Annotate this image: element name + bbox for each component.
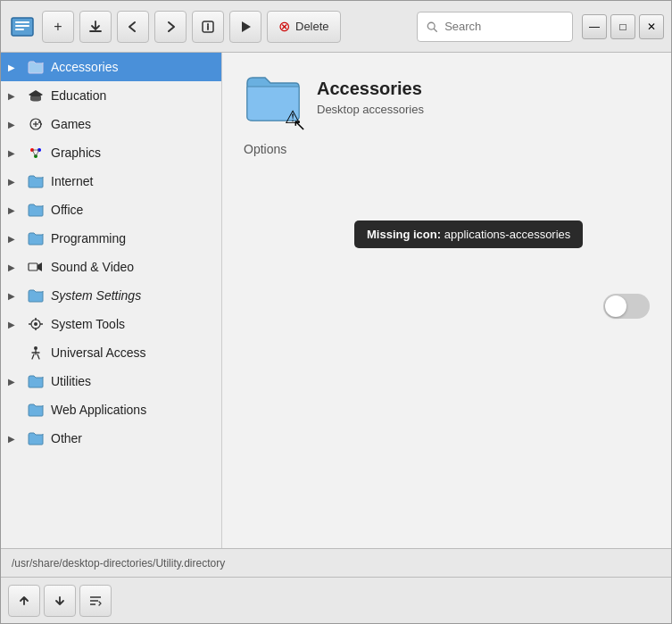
- detail-title: Accessories: [317, 79, 424, 99]
- svg-point-12: [40, 123, 42, 125]
- sidebar-label-office: Office: [51, 203, 214, 217]
- sidebar-item-utilities[interactable]: ▶ Utilities: [1, 367, 221, 395]
- internet-icon: [26, 171, 46, 191]
- detail-subtitle: Desktop accessories: [317, 103, 424, 116]
- svg-point-11: [38, 121, 40, 123]
- minimize-button[interactable]: —: [582, 14, 607, 39]
- sidebar-label-internet: Internet: [51, 174, 214, 188]
- back-button[interactable]: [117, 11, 149, 43]
- move-down-button[interactable]: [44, 585, 76, 617]
- sidebar-label-accessories: Accessories: [51, 60, 214, 74]
- status-path: /usr/share/desktop-directories/Utility.d…: [12, 557, 225, 570]
- sidebar-item-games[interactable]: ▶Games: [1, 110, 221, 138]
- main-window: + ⊗ Delete — □ ✕: [0, 0, 672, 624]
- sidebar-label-programming: Programming: [51, 231, 214, 245]
- detail-header: ⚠ ↖ Accessories Desktop accessories: [222, 53, 671, 142]
- sidebar-label-graphics: Graphics: [51, 146, 214, 160]
- svg-rect-3: [15, 29, 24, 30]
- forward-button[interactable]: [154, 11, 187, 43]
- other-icon: [26, 428, 46, 448]
- detail-icon-wrap: ⚠ ↖: [244, 69, 301, 126]
- delete-button[interactable]: ⊗ Delete: [267, 11, 341, 43]
- play-button[interactable]: [229, 11, 261, 43]
- expand-arrow-icon: ▶: [8, 320, 21, 329]
- sidebar-item-web-apps[interactable]: Web Applications: [1, 395, 221, 424]
- sidebar-item-internet[interactable]: ▶ Internet: [1, 167, 221, 196]
- sidebar-item-universal-access[interactable]: Universal Access: [1, 338, 221, 367]
- search-input[interactable]: [444, 20, 563, 33]
- expand-arrow-icon: ▶: [8, 234, 21, 244]
- options-label: Options: [244, 142, 650, 156]
- about-button[interactable]: [192, 11, 224, 43]
- expand-arrow-icon: ▶: [8, 291, 21, 301]
- sidebar-label-system-tools: System Tools: [51, 317, 214, 331]
- maximize-button[interactable]: □: [610, 14, 635, 39]
- sidebar-label-sound-video: Sound & Video: [51, 260, 214, 274]
- window-controls: — □ ✕: [582, 14, 664, 39]
- sidebar-label-utilities: Utilities: [51, 374, 214, 388]
- universal-access-icon: [26, 343, 46, 362]
- expand-arrow-icon: ▶: [8, 62, 21, 72]
- expand-arrow-icon: ▶: [8, 434, 21, 444]
- system-settings-icon: [26, 286, 46, 305]
- sidebar-item-graphics[interactable]: ▶Graphics: [1, 138, 221, 167]
- sidebar-label-universal-access: Universal Access: [51, 345, 214, 360]
- toggle-switch[interactable]: [603, 294, 650, 319]
- education-icon: [26, 86, 46, 105]
- install-button[interactable]: [79, 11, 112, 43]
- graphics-icon: [26, 143, 46, 162]
- games-icon: [26, 114, 46, 134]
- bottom-toolbar: [1, 577, 671, 623]
- tooltip-value: applications-accessories: [444, 228, 571, 241]
- sort-button[interactable]: [79, 585, 112, 617]
- toggle-knob: [605, 295, 626, 317]
- sidebar-label-system-settings: System Settings: [51, 288, 214, 303]
- app-icon: [8, 12, 37, 41]
- svg-line-7: [434, 29, 436, 31]
- programming-icon: [26, 229, 46, 248]
- delete-icon: ⊗: [278, 18, 290, 35]
- sidebar-label-education: Education: [51, 88, 214, 103]
- sidebar-item-other[interactable]: ▶ Other: [1, 424, 221, 453]
- sidebar-item-accessories[interactable]: ▶ Accessories: [1, 53, 221, 81]
- office-icon: [26, 200, 46, 220]
- utilities-icon: [26, 371, 46, 391]
- sidebar-label-web-apps: Web Applications: [51, 403, 214, 417]
- options-section: Options Missing icon: applications-acces…: [222, 142, 671, 178]
- sidebar: ▶ Accessories▶Education▶Games▶Graphics▶ …: [1, 53, 222, 548]
- missing-icon-tooltip: Missing icon: applications-accessories: [354, 220, 583, 248]
- move-up-button[interactable]: [8, 585, 40, 617]
- statusbar: /usr/share/desktop-directories/Utility.d…: [1, 548, 671, 577]
- new-button[interactable]: +: [42, 11, 74, 43]
- svg-rect-1: [15, 21, 29, 23]
- svg-marker-5: [242, 21, 251, 32]
- sidebar-label-games: Games: [51, 117, 214, 131]
- svg-rect-16: [29, 263, 37, 270]
- delete-label: Delete: [295, 20, 329, 33]
- system-tools-icon: [26, 314, 46, 334]
- sidebar-item-system-tools[interactable]: ▶System Tools: [1, 310, 221, 338]
- expand-arrow-icon: ▶: [8, 262, 21, 272]
- expand-arrow-icon: ▶: [8, 205, 21, 215]
- tooltip-prefix: Missing icon:: [367, 228, 441, 241]
- sidebar-item-office[interactable]: ▶ Office: [1, 196, 221, 224]
- sound-video-icon: [26, 257, 46, 277]
- expand-arrow-icon: ▶: [8, 120, 21, 129]
- accessories-icon: [26, 57, 46, 77]
- sidebar-item-education[interactable]: ▶Education: [1, 81, 221, 110]
- sidebar-item-system-settings[interactable]: ▶ System Settings: [1, 281, 221, 310]
- web-apps-icon: [26, 400, 46, 420]
- right-panel: ⚠ ↖ Accessories Desktop accessories Opti…: [222, 53, 671, 548]
- search-box[interactable]: [417, 12, 573, 42]
- sidebar-label-other: Other: [51, 431, 214, 445]
- expand-arrow-icon: ▶: [8, 177, 21, 187]
- expand-arrow-icon: ▶: [8, 91, 21, 101]
- expand-arrow-icon: ▶: [8, 148, 21, 158]
- sidebar-item-sound-video[interactable]: ▶Sound & Video: [1, 253, 221, 281]
- sidebar-item-programming[interactable]: ▶ Programming: [1, 224, 221, 253]
- search-icon: [427, 21, 437, 33]
- toggle-wrap[interactable]: [603, 294, 650, 319]
- toolbar: + ⊗ Delete — □ ✕: [1, 1, 671, 53]
- close-button[interactable]: ✕: [639, 14, 664, 39]
- svg-rect-2: [15, 25, 29, 27]
